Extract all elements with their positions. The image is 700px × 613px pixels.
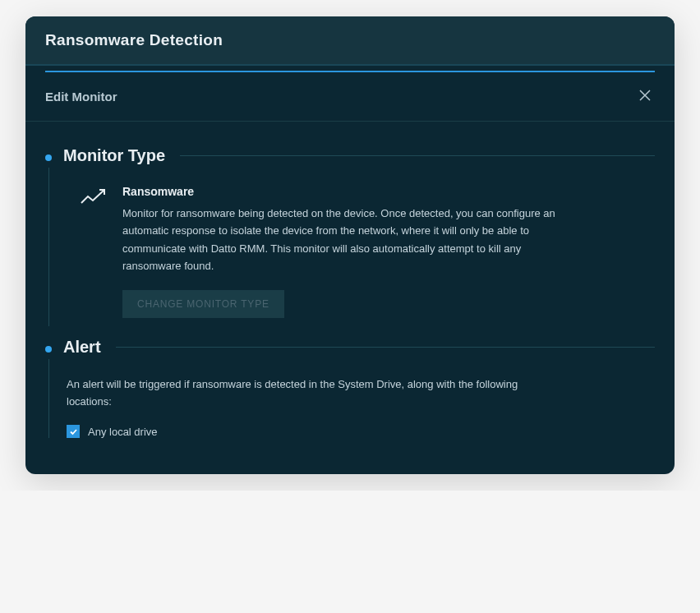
close-icon xyxy=(638,89,652,102)
step-dot-icon xyxy=(45,346,52,353)
monitor-description: Monitor for ransomware being detected on… xyxy=(122,205,558,275)
step-marker xyxy=(45,146,52,326)
step-line xyxy=(48,359,49,439)
section-title-alert: Alert xyxy=(63,338,101,357)
divider xyxy=(180,155,655,156)
content: Monitor Type Ransomware Monitor for rans… xyxy=(25,122,675,474)
section-title-monitor-type: Monitor Type xyxy=(63,146,165,165)
page-title: Ransomware Detection xyxy=(45,31,655,49)
trend-up-icon xyxy=(80,187,108,318)
step-line xyxy=(48,168,49,326)
section-monitor-type: Monitor Type Ransomware Monitor for rans… xyxy=(45,146,655,326)
window: Ransomware Detection Edit Monitor Monito… xyxy=(25,16,675,474)
step-marker xyxy=(45,338,52,439)
monitor-item: Ransomware Monitor for ransomware being … xyxy=(63,185,655,318)
close-button[interactable] xyxy=(635,84,655,109)
step-dot-icon xyxy=(45,154,52,161)
monitor-name: Ransomware xyxy=(122,185,558,198)
alert-description: An alert will be triggered if ransomware… xyxy=(63,376,556,411)
check-icon xyxy=(69,427,78,436)
change-monitor-type-button[interactable]: CHANGE MONITOR TYPE xyxy=(122,290,284,318)
divider xyxy=(116,347,655,348)
checkbox-label: Any local drive xyxy=(88,426,158,438)
alert-option-row: Any local drive xyxy=(63,425,655,438)
subheader-title: Edit Monitor xyxy=(45,90,117,104)
section-alert: Alert An alert will be triggered if rans… xyxy=(45,338,655,439)
checkbox-any-local-drive[interactable] xyxy=(67,425,80,438)
header: Ransomware Detection xyxy=(25,16,675,66)
subheader: Edit Monitor xyxy=(25,72,675,122)
